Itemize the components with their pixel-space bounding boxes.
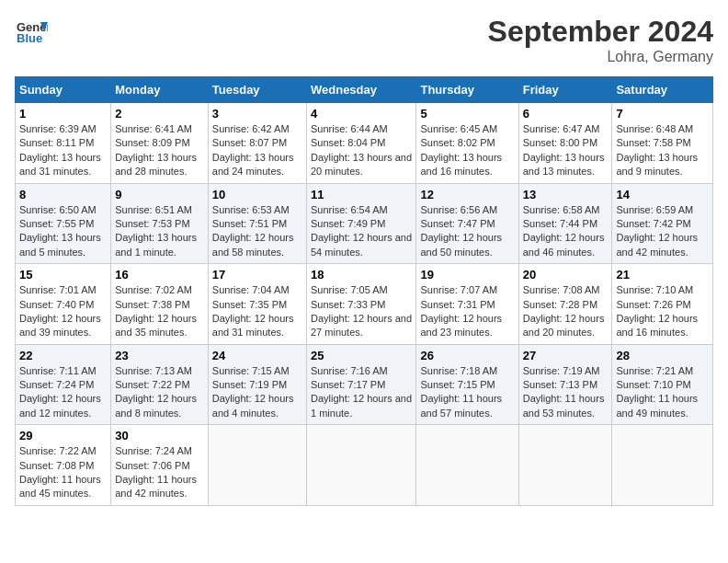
day-info: Sunrise: 6:39 AM Sunset: 8:11 PM Dayligh… — [19, 122, 107, 179]
day-number: 23 — [115, 349, 204, 362]
sunrise-label: Sunrise: 6:48 AM — [616, 123, 693, 134]
sunset-label: Sunset: 7:19 PM — [212, 379, 287, 390]
day-number: 20 — [523, 268, 609, 282]
sunrise-label: Sunrise: 7:13 AM — [115, 365, 192, 376]
day-number: 24 — [212, 349, 302, 362]
day-info: Sunrise: 6:41 AM Sunset: 8:09 PM Dayligh… — [115, 122, 204, 179]
calendar-cell — [518, 425, 612, 506]
day-number: 13 — [523, 188, 609, 201]
title-block: September 2024 Lohra, Germany — [488, 15, 713, 65]
calendar-cell: 27 Sunrise: 7:19 AM Sunset: 7:13 PM Dayl… — [518, 344, 612, 425]
calendar-cell: 14 Sunrise: 6:59 AM Sunset: 7:42 PM Dayl… — [612, 183, 713, 264]
sunset-label: Sunset: 7:58 PM — [616, 137, 690, 148]
day-info: Sunrise: 7:11 AM Sunset: 7:24 PM Dayligh… — [19, 364, 107, 421]
day-info: Sunrise: 7:19 AM Sunset: 7:13 PM Dayligh… — [523, 364, 609, 421]
calendar-cell: 9 Sunrise: 6:51 AM Sunset: 7:53 PM Dayli… — [111, 183, 209, 264]
calendar-cell: 3 Sunrise: 6:42 AM Sunset: 8:07 PM Dayli… — [208, 103, 306, 184]
calendar-cell: 8 Sunrise: 6:50 AM Sunset: 7:55 PM Dayli… — [16, 183, 111, 264]
location-subtitle: Lohra, Germany — [488, 49, 713, 65]
daylight-label: Daylight: 13 hours and 31 minutes. — [19, 152, 101, 177]
daylight-label: Daylight: 11 hours and 45 minutes. — [19, 474, 101, 499]
sunrise-label: Sunrise: 7:11 AM — [19, 365, 97, 376]
day-info: Sunrise: 6:50 AM Sunset: 7:55 PM Dayligh… — [19, 203, 107, 260]
calendar-cell: 5 Sunrise: 6:45 AM Sunset: 8:02 PM Dayli… — [416, 103, 518, 184]
day-info: Sunrise: 7:02 AM Sunset: 7:38 PM Dayligh… — [115, 283, 204, 340]
sunrise-label: Sunrise: 6:56 AM — [420, 204, 497, 215]
day-number: 30 — [115, 429, 204, 442]
day-number: 19 — [420, 268, 514, 282]
day-number: 7 — [616, 107, 709, 121]
calendar-cell: 7 Sunrise: 6:48 AM Sunset: 7:58 PM Dayli… — [612, 103, 713, 184]
calendar-table: Sunday Monday Tuesday Wednesday Thursday… — [15, 76, 713, 506]
sunset-label: Sunset: 8:07 PM — [212, 137, 287, 148]
logo-icon: General Blue — [15, 15, 48, 48]
sunset-label: Sunset: 7:53 PM — [115, 218, 189, 229]
day-info: Sunrise: 7:08 AM Sunset: 7:28 PM Dayligh… — [523, 283, 609, 340]
sunrise-label: Sunrise: 7:01 AM — [19, 284, 97, 295]
calendar-cell — [306, 425, 415, 506]
day-info: Sunrise: 6:42 AM Sunset: 8:07 PM Dayligh… — [212, 122, 302, 179]
header-friday: Friday — [518, 77, 612, 103]
daylight-label: Daylight: 13 hours and 9 minutes. — [616, 152, 698, 177]
sunset-label: Sunset: 7:10 PM — [616, 379, 690, 390]
calendar-cell: 19 Sunrise: 7:07 AM Sunset: 7:31 PM Dayl… — [416, 264, 518, 345]
day-info: Sunrise: 6:58 AM Sunset: 7:44 PM Dayligh… — [523, 203, 609, 260]
daylight-label: Daylight: 12 hours and 31 minutes. — [212, 313, 294, 338]
sunrise-label: Sunrise: 7:08 AM — [523, 284, 600, 295]
day-number: 9 — [115, 188, 204, 201]
daylight-label: Daylight: 12 hours and 35 minutes. — [115, 313, 197, 338]
daylight-label: Daylight: 13 hours and 5 minutes. — [19, 232, 101, 257]
calendar-cell: 12 Sunrise: 6:56 AM Sunset: 7:47 PM Dayl… — [416, 183, 518, 264]
day-info: Sunrise: 6:54 AM Sunset: 7:49 PM Dayligh… — [311, 203, 412, 260]
daylight-label: Daylight: 13 hours and 16 minutes. — [420, 152, 502, 177]
sunrise-label: Sunrise: 7:16 AM — [311, 365, 388, 376]
daylight-label: Daylight: 12 hours and 16 minutes. — [616, 313, 698, 338]
calendar-cell: 6 Sunrise: 6:47 AM Sunset: 8:00 PM Dayli… — [518, 103, 612, 184]
day-number: 3 — [212, 107, 302, 121]
page-header: General Blue September 2024 Lohra, Germa… — [15, 15, 713, 65]
calendar-cell: 1 Sunrise: 6:39 AM Sunset: 8:11 PM Dayli… — [16, 103, 111, 184]
sunrise-label: Sunrise: 6:50 AM — [19, 204, 97, 215]
day-number: 8 — [19, 188, 107, 201]
sunset-label: Sunset: 7:15 PM — [420, 379, 495, 390]
sunset-label: Sunset: 7:49 PM — [311, 218, 385, 229]
daylight-label: Daylight: 12 hours and 27 minutes. — [311, 313, 412, 338]
day-info: Sunrise: 6:45 AM Sunset: 8:02 PM Dayligh… — [420, 122, 514, 179]
month-title: September 2024 — [488, 15, 713, 49]
day-number: 4 — [311, 107, 412, 121]
day-info: Sunrise: 7:24 AM Sunset: 7:06 PM Dayligh… — [115, 444, 204, 501]
sunset-label: Sunset: 7:26 PM — [616, 299, 690, 310]
logo: General Blue — [15, 15, 48, 48]
day-number: 6 — [523, 107, 609, 121]
calendar-cell: 10 Sunrise: 6:53 AM Sunset: 7:51 PM Dayl… — [208, 183, 306, 264]
sunset-label: Sunset: 7:55 PM — [19, 218, 94, 229]
day-info: Sunrise: 7:01 AM Sunset: 7:40 PM Dayligh… — [19, 283, 107, 340]
sunrise-label: Sunrise: 7:04 AM — [212, 284, 290, 295]
day-number: 16 — [115, 268, 204, 282]
daylight-label: Daylight: 11 hours and 57 minutes. — [420, 393, 502, 418]
sunrise-label: Sunrise: 7:05 AM — [311, 284, 388, 295]
day-number: 5 — [420, 107, 514, 121]
day-number: 25 — [311, 349, 412, 362]
sunrise-label: Sunrise: 6:39 AM — [19, 123, 97, 134]
day-info: Sunrise: 7:13 AM Sunset: 7:22 PM Dayligh… — [115, 364, 204, 421]
sunset-label: Sunset: 7:08 PM — [19, 460, 94, 471]
day-info: Sunrise: 7:15 AM Sunset: 7:19 PM Dayligh… — [212, 364, 302, 421]
calendar-cell: 15 Sunrise: 7:01 AM Sunset: 7:40 PM Dayl… — [16, 264, 111, 345]
daylight-label: Daylight: 12 hours and 8 minutes. — [115, 393, 197, 418]
daylight-label: Daylight: 11 hours and 53 minutes. — [523, 393, 605, 418]
sunset-label: Sunset: 7:51 PM — [212, 218, 287, 229]
day-number: 26 — [420, 349, 514, 362]
day-number: 29 — [19, 429, 107, 442]
sunset-label: Sunset: 7:33 PM — [311, 299, 385, 310]
sunrise-label: Sunrise: 6:58 AM — [523, 204, 600, 215]
daylight-label: Daylight: 13 hours and 1 minute. — [115, 232, 197, 257]
day-number: 1 — [19, 107, 107, 121]
sunrise-label: Sunrise: 6:45 AM — [420, 123, 497, 134]
calendar-cell: 25 Sunrise: 7:16 AM Sunset: 7:17 PM Dayl… — [306, 344, 415, 425]
day-number: 17 — [212, 268, 302, 282]
sunset-label: Sunset: 7:47 PM — [420, 218, 495, 229]
day-number: 14 — [616, 188, 709, 201]
sunset-label: Sunset: 7:42 PM — [616, 218, 690, 229]
day-info: Sunrise: 6:47 AM Sunset: 8:00 PM Dayligh… — [523, 122, 609, 179]
